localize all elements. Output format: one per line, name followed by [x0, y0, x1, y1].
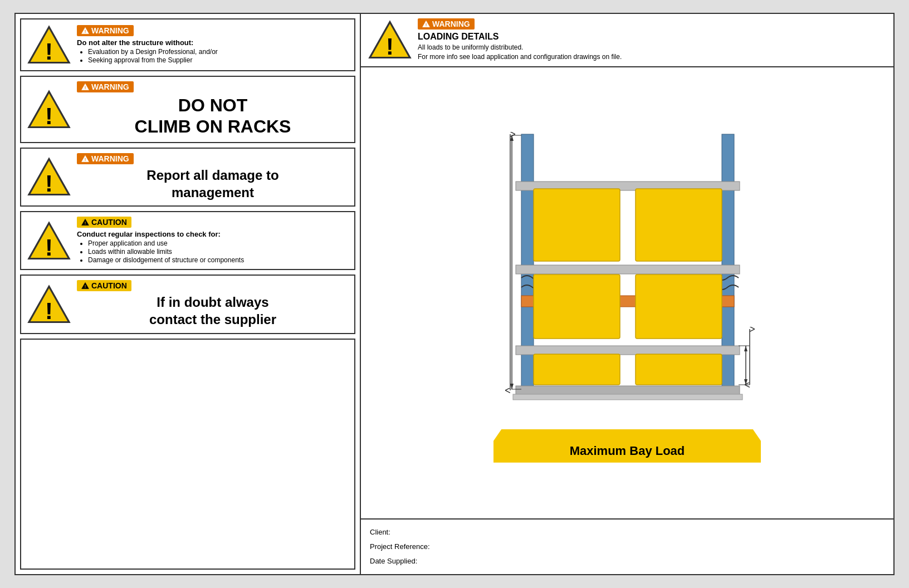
client-field: Client: — [370, 525, 884, 540]
svg-rect-36 — [534, 275, 620, 339]
svg-rect-34 — [534, 189, 620, 261]
warning-badge-3: ! WARNING — [77, 153, 134, 164]
warning-box-1: ! ! WARNING Do not alter the structure w… — [20, 18, 355, 71]
svg-text:!: ! — [85, 157, 86, 162]
left-panel: ! ! WARNING Do not alter the structure w… — [16, 14, 361, 574]
caution-badge-5: ! CAUTION — [77, 280, 131, 291]
rack-diagram-svg — [466, 123, 789, 435]
svg-text:!: ! — [45, 298, 53, 324]
svg-rect-30 — [516, 346, 740, 355]
date-field: Date Supplied: — [370, 554, 884, 569]
svg-rect-37 — [636, 275, 722, 339]
caution-box-4: ! ! CAUTION Conduct regular inspections … — [20, 211, 355, 270]
caution-badge-4: ! CAUTION — [77, 217, 131, 228]
svg-marker-44 — [510, 384, 514, 389]
svg-text:!: ! — [85, 220, 86, 226]
svg-text:!: ! — [426, 22, 427, 27]
warning-badge-2: ! WARNING — [77, 81, 134, 92]
caution-triangle-icon-5: ! — [27, 283, 71, 325]
right-header-title: LOADING DETAILS — [418, 32, 887, 42]
right-badge-icon: ! — [422, 20, 430, 28]
caution-box-5: ! ! CAUTION If in doubt alwayscontact th… — [20, 275, 355, 334]
box3-content: ! WARNING Report all damage tomanagement — [77, 153, 349, 201]
box4-item-3: Damage or dislodgement of structure or c… — [88, 256, 349, 264]
badge-triangle-icon-2: ! — [81, 83, 89, 91]
warning-box-2: ! ! WARNING DO NOTCLIMB ON RACKS — [20, 76, 355, 143]
date-label: Date Supplied: — [370, 557, 417, 565]
svg-rect-39 — [636, 354, 722, 385]
box4-list: Proper application and use Loads within … — [77, 239, 349, 264]
box2-title: DO NOTCLIMB ON RACKS — [77, 95, 349, 138]
svg-rect-35 — [636, 189, 722, 261]
project-field: Project Reference: — [370, 540, 884, 554]
box1-content: ! WARNING Do not alter the structure wit… — [77, 25, 349, 65]
box2-content: ! WARNING DO NOTCLIMB ON RACKS — [77, 81, 349, 138]
svg-text:!: ! — [45, 103, 53, 129]
right-header-text2: For more info see load application and c… — [418, 52, 887, 62]
svg-rect-31 — [516, 265, 740, 274]
empty-box — [20, 339, 355, 570]
right-warning-badge: ! WARNING — [418, 18, 475, 30]
svg-text:!: ! — [85, 284, 86, 289]
warning-triangle-icon-1: ! — [27, 24, 71, 66]
warning-badge-1: ! WARNING — [77, 25, 134, 36]
box4-item-2: Loads within allowable limits — [88, 248, 349, 256]
box1-item-2: Seeking approval from the Supplier — [88, 56, 349, 64]
warning-triangle-icon-2: ! — [27, 89, 71, 130]
svg-text:!: ! — [45, 234, 53, 261]
project-label: Project Reference: — [370, 542, 430, 551]
svg-text:!: ! — [45, 170, 53, 197]
badge-triangle-icon-5: ! — [81, 282, 89, 290]
right-header-text1: All loads to be uniformly distributed. — [418, 43, 887, 52]
box5-content: ! CAUTION If in doubt alwayscontact the … — [77, 280, 349, 328]
rack-diagram-area: Maximum Bay Load — [361, 67, 893, 518]
safety-label-page: ! ! WARNING Do not alter the structure w… — [14, 13, 895, 575]
right-header: ! ! WARNING LOADING DETAILS All loads to… — [361, 14, 893, 67]
badge-triangle-icon-4: ! — [81, 218, 89, 226]
client-label: Client: — [370, 528, 390, 536]
svg-rect-29 — [513, 394, 742, 400]
svg-marker-48 — [744, 346, 747, 351]
svg-text:!: ! — [45, 38, 53, 65]
svg-rect-38 — [534, 354, 620, 385]
warning-box-3: ! ! WARNING Report all damage tomanageme… — [20, 148, 355, 207]
box4-content: ! CAUTION Conduct regular inspections to… — [77, 217, 349, 264]
box1-item-1: Evaluation by a Design Professional, and… — [88, 48, 349, 56]
svg-text:!: ! — [386, 33, 394, 60]
right-header-content: ! WARNING LOADING DETAILS All loads to b… — [418, 18, 887, 62]
right-footer: Client: Project Reference: Date Supplied… — [361, 518, 893, 574]
box1-title: Do not alter the structure without: — [77, 38, 349, 47]
svg-text:!: ! — [85, 85, 86, 90]
box3-title: Report all damage tomanagement — [77, 166, 349, 201]
box4-title: Conduct regular inspections to check for… — [77, 230, 349, 238]
badge-triangle-icon-1: ! — [81, 27, 89, 35]
right-warning-triangle-icon: ! — [368, 19, 412, 61]
box5-title: If in doubt alwayscontact the supplier — [77, 293, 349, 328]
svg-text:!: ! — [85, 29, 86, 34]
max-bay-load-label: Maximum Bay Load — [570, 444, 685, 458]
svg-marker-43 — [510, 135, 514, 141]
max-bay-load-box: Maximum Bay Load — [493, 429, 761, 463]
svg-marker-49 — [744, 379, 747, 385]
badge-triangle-icon-3: ! — [81, 155, 89, 163]
box1-list: Evaluation by a Design Professional, and… — [77, 48, 349, 64]
right-panel: ! ! WARNING LOADING DETAILS All loads to… — [361, 14, 893, 574]
caution-triangle-icon-4: ! — [27, 220, 71, 262]
warning-triangle-icon-3: ! — [27, 156, 71, 198]
box4-item-1: Proper application and use — [88, 239, 349, 247]
